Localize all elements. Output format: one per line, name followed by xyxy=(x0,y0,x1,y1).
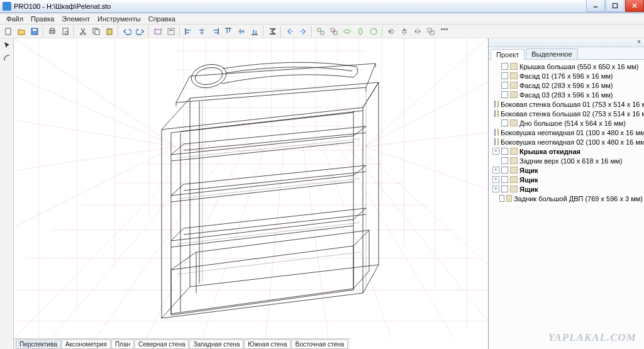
element-icon xyxy=(510,176,518,183)
element-icon xyxy=(497,101,499,108)
tree-item[interactable]: +Ящик xyxy=(490,175,643,184)
tree-item[interactable]: Крышка большая (550 x 650 x 16 мм) xyxy=(490,62,643,71)
panel-tab-project[interactable]: Проект xyxy=(491,49,525,60)
tree-item[interactable]: Фасад 02 (283 x 596 x 16 мм) xyxy=(490,80,643,90)
move-left-button[interactable] xyxy=(284,25,296,38)
panel-tabs: Проект Выделенное xyxy=(489,47,644,60)
rotate-z-button[interactable] xyxy=(367,25,380,38)
tree-checkbox[interactable] xyxy=(501,63,508,70)
toolbar-row-1 xyxy=(0,25,644,38)
tree-item[interactable]: Боковая стенка большая 02 (753 x 514 x 1… xyxy=(490,109,643,118)
tree-item[interactable]: Фасад 03 (283 x 596 x 16 мм) xyxy=(490,90,643,99)
expand-icon[interactable]: + xyxy=(492,176,499,183)
element-icon xyxy=(510,119,518,126)
view-tab-perspective[interactable]: Перспектива xyxy=(16,340,61,349)
view-tab-north[interactable]: Северная стена xyxy=(135,340,189,349)
panel-tab-selected[interactable]: Выделенное xyxy=(526,48,577,59)
view-tab-axonometry[interactable]: Аксонометрия xyxy=(62,340,111,349)
select-tool-button[interactable] xyxy=(1,40,13,51)
align-top-button[interactable] xyxy=(222,25,235,38)
paste-button[interactable] xyxy=(103,25,116,38)
maximize-button[interactable] xyxy=(606,0,625,12)
tree-checkbox[interactable] xyxy=(501,176,508,183)
tree-checkbox[interactable] xyxy=(494,110,496,117)
tree-checkbox[interactable] xyxy=(501,72,508,79)
menu-edit[interactable]: Правка xyxy=(27,14,58,24)
new-element-button[interactable] xyxy=(152,25,164,38)
element-icon xyxy=(510,72,518,79)
tree-item[interactable]: +Ящик xyxy=(490,165,643,175)
print-button[interactable] xyxy=(46,25,58,38)
sum-button[interactable] xyxy=(266,25,279,38)
menu-file[interactable]: Файл xyxy=(3,14,27,24)
expand-icon[interactable]: + xyxy=(492,148,499,155)
tree-checkbox[interactable] xyxy=(501,119,508,126)
align-center-v-button[interactable] xyxy=(235,25,248,38)
menu-help[interactable]: Справка xyxy=(145,14,179,24)
tree-item[interactable]: Задник большой ДВП (769 x 596 x 3 мм) xyxy=(490,194,643,203)
tree-checkbox[interactable] xyxy=(501,186,508,192)
move-right-button[interactable] xyxy=(297,25,309,38)
copy-button[interactable] xyxy=(90,25,103,38)
svg-line-11 xyxy=(81,28,84,33)
view-tab-west[interactable]: Западная стена xyxy=(189,340,243,349)
tree-checkbox[interactable] xyxy=(494,101,496,108)
svg-rect-8 xyxy=(50,28,54,30)
view-tab-plan[interactable]: План xyxy=(111,340,134,349)
tree-item[interactable]: +Крышка откидная xyxy=(490,147,643,156)
tree-item[interactable]: Дно большое (514 x 564 x 16 мм) xyxy=(490,118,643,128)
save-button[interactable] xyxy=(28,25,41,38)
mirror-button[interactable] xyxy=(411,25,424,38)
view-tab-south[interactable]: Южная стена xyxy=(244,340,291,349)
menu-element[interactable]: Элемент xyxy=(58,14,94,24)
tree-checkbox[interactable] xyxy=(501,148,508,155)
ungroup-button[interactable] xyxy=(328,25,340,38)
expand-icon[interactable]: + xyxy=(492,186,499,192)
element-icon xyxy=(510,63,518,70)
menu-tools[interactable]: Инструменты xyxy=(94,14,145,24)
tree-checkbox[interactable] xyxy=(501,167,508,174)
print-preview-button[interactable] xyxy=(59,25,72,38)
arc-tool-button[interactable] xyxy=(1,52,13,64)
tree-checkbox[interactable] xyxy=(501,82,508,89)
tree-checkbox[interactable] xyxy=(494,129,496,136)
array-button[interactable] xyxy=(438,25,450,38)
tree-item[interactable]: Боковушка неоткидная 02 (100 x 480 x 16 … xyxy=(490,137,643,147)
align-right-button[interactable] xyxy=(209,25,221,38)
undo-button[interactable] xyxy=(121,25,133,38)
view-tab-east[interactable]: Восточная стена xyxy=(291,340,348,349)
close-button[interactable] xyxy=(625,0,644,12)
redo-button[interactable] xyxy=(134,25,147,38)
open-button[interactable] xyxy=(15,25,28,38)
align-bottom-button[interactable] xyxy=(248,25,261,38)
align-center-h-button[interactable] xyxy=(196,25,208,38)
element-icon xyxy=(510,148,518,155)
tree-item[interactable]: Фасад 01 (176 x 596 x 16 мм) xyxy=(490,71,643,80)
tree-item[interactable]: Боковая стенка большая 01 (753 x 514 x 1… xyxy=(490,99,643,109)
align-left-button[interactable] xyxy=(182,25,195,38)
cut-button[interactable] xyxy=(77,25,89,38)
tree-checkbox[interactable] xyxy=(501,91,508,98)
panel-close-icon[interactable]: × xyxy=(635,38,643,47)
duplicate-button[interactable] xyxy=(425,25,437,38)
tree-item-label: Фасад 02 (283 x 596 x 16 мм) xyxy=(519,82,613,89)
group-button[interactable] xyxy=(314,25,327,38)
flip-h-button[interactable] xyxy=(385,25,397,38)
svg-rect-55 xyxy=(441,28,443,30)
tree-checkbox[interactable] xyxy=(494,138,496,145)
tree-item[interactable]: Боковушка неоткидная 01 (100 x 480 x 16 … xyxy=(490,128,643,137)
svg-point-49 xyxy=(344,30,350,33)
viewport-3d[interactable]: Перспектива Аксонометрия План Северная с… xyxy=(14,38,488,349)
flip-v-button[interactable] xyxy=(398,25,411,38)
minimize-button[interactable] xyxy=(586,0,605,12)
rotate-y-button[interactable] xyxy=(354,25,367,38)
new-button[interactable] xyxy=(2,25,14,38)
element-props-button[interactable] xyxy=(165,25,177,38)
tree-item[interactable]: Задник верх (100 x 618 x 16 мм) xyxy=(490,156,643,165)
tree-checkbox[interactable] xyxy=(499,195,504,202)
tree-checkbox[interactable] xyxy=(501,157,508,164)
project-tree[interactable]: Крышка большая (550 x 650 x 16 мм)Фасад … xyxy=(489,60,644,349)
rotate-x-button[interactable] xyxy=(341,25,353,38)
tree-item[interactable]: +Ящик xyxy=(490,184,643,194)
expand-icon[interactable]: + xyxy=(492,167,499,174)
